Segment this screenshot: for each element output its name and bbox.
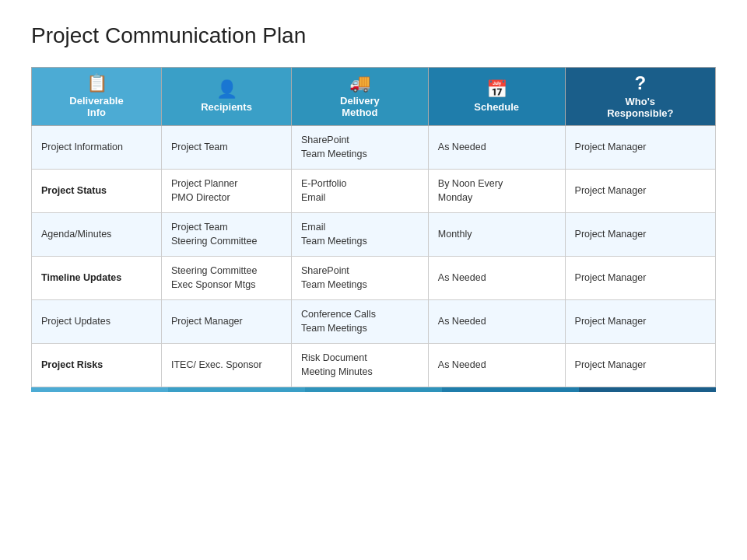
table-row: Project UpdatesProject ManagerConference… — [32, 300, 716, 344]
header-recipients: 👤 Recipients — [162, 68, 292, 126]
cell-recipients: Project PlannerPMO Director — [162, 170, 292, 213]
cell-deliverable: Project Information — [32, 126, 162, 170]
header-deliverable: 📋 DeliverableInfo — [32, 68, 162, 126]
cell-schedule: As Needed — [428, 257, 565, 300]
table-row: Project InformationProject TeamSharePoin… — [32, 126, 716, 170]
cell-deliverable: Project Status — [32, 170, 162, 213]
cell-delivery: SharePointTeam Meetings — [292, 126, 429, 170]
cell-schedule: By Noon EveryMonday — [428, 170, 565, 213]
cell-recipients: Project Manager — [162, 300, 292, 344]
cell-responsible: Project Manager — [565, 300, 715, 344]
cell-recipients: Project Team — [162, 126, 292, 170]
cell-schedule: Monthly — [428, 213, 565, 257]
cell-deliverable: Project Risks — [32, 344, 162, 387]
calendar-icon: 📅 — [437, 81, 557, 98]
cell-responsible: Project Manager — [565, 126, 715, 170]
cell-schedule: As Needed — [428, 300, 565, 344]
communication-plan-table: 📋 DeliverableInfo 👤 Recipients 🚚 Deliver… — [31, 67, 716, 387]
cell-responsible: Project Manager — [565, 170, 715, 213]
header-responsible-label: Who'sResponsible? — [607, 96, 673, 119]
header-delivery: 🚚 DeliveryMethod — [292, 68, 429, 126]
cell-schedule: As Needed — [428, 126, 565, 170]
table-row: Agenda/MinutesProject TeamSteering Commi… — [32, 213, 716, 257]
cell-deliverable: Timeline Updates — [32, 257, 162, 300]
header-recipients-label: Recipients — [201, 101, 252, 113]
cell-delivery: EmailTeam Meetings — [292, 213, 429, 257]
question-icon: ? — [573, 74, 707, 93]
person-icon: 👤 — [170, 81, 283, 98]
truck-icon: 🚚 — [300, 75, 420, 92]
header-delivery-label: DeliveryMethod — [340, 95, 380, 118]
cell-delivery: Conference CallsTeam Meetings — [292, 300, 429, 344]
cell-recipients: ITEC/ Exec. Sponsor — [162, 344, 292, 387]
list-icon: 📋 — [40, 75, 153, 92]
page-title: Project Communication Plan — [31, 23, 716, 48]
header-deliverable-label: DeliverableInfo — [69, 95, 123, 118]
table-header-row: 📋 DeliverableInfo 👤 Recipients 🚚 Deliver… — [32, 68, 716, 126]
header-schedule: 📅 Schedule — [428, 68, 565, 126]
cell-recipients: Project TeamSteering Committee — [162, 213, 292, 257]
cell-schedule: As Needed — [428, 344, 565, 387]
header-schedule-label: Schedule — [474, 101, 519, 113]
bottom-accent-bar — [31, 387, 716, 392]
table-body: Project InformationProject TeamSharePoin… — [32, 126, 716, 387]
table-row: Project StatusProject PlannerPMO Directo… — [32, 170, 716, 213]
cell-deliverable: Project Updates — [32, 300, 162, 344]
table-row: Timeline UpdatesSteering CommitteeExec S… — [32, 257, 716, 300]
header-responsible: ? Who'sResponsible? — [565, 68, 715, 126]
cell-responsible: Project Manager — [565, 344, 715, 387]
cell-responsible: Project Manager — [565, 213, 715, 257]
cell-recipients: Steering CommitteeExec Sponsor Mtgs — [162, 257, 292, 300]
cell-delivery: SharePointTeam Meetings — [292, 257, 429, 300]
cell-delivery: Risk DocumentMeeting Minutes — [292, 344, 429, 387]
cell-responsible: Project Manager — [565, 257, 715, 300]
cell-deliverable: Agenda/Minutes — [32, 213, 162, 257]
cell-delivery: E-PortfolioEmail — [292, 170, 429, 213]
table-row: Project RisksITEC/ Exec. SponsorRisk Doc… — [32, 344, 716, 387]
